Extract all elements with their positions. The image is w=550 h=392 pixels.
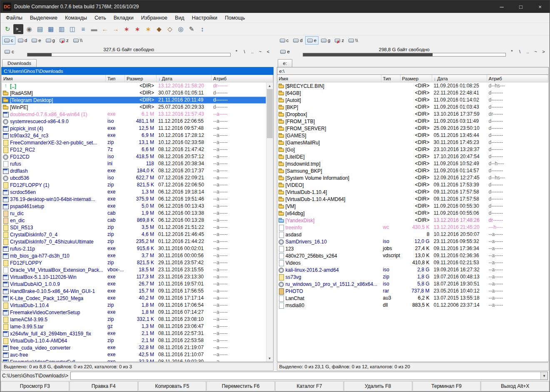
file-row[interactable]: PHOTOrar737,8 M23.05.2016 10:40:12--a---… xyxy=(277,288,549,295)
home-button[interactable]: ~ xyxy=(532,48,539,55)
file-row[interactable]: FD12FLOPPY (1)zip821,5 K07.12.2016 22:06… xyxy=(2,181,266,189)
file-row[interactable]: 480x270_256bits_x264vdscript13,0 K09.11.… xyxy=(277,252,549,259)
left-path-bar[interactable]: C:\Users\GhosT\Downloads xyxy=(1,67,274,75)
fkey-terminal-f9[interactable]: Терминал F9 xyxy=(413,381,481,391)
file-row[interactable]: FD12_RC27z6,6 M08.12.2016 21:47:42--a---… xyxy=(2,146,266,153)
drive-button-d[interactable]: d xyxy=(16,36,29,45)
menu-show[interactable]: Вид xyxy=(171,14,188,22)
file-row[interactable]: x264vfw_full_43_2694bm_43159_fixexe2,1 M… xyxy=(2,330,266,337)
command-history-button[interactable]: ▾ xyxy=(540,372,548,380)
scroll-up-icon[interactable]: ▲ xyxy=(266,82,273,89)
file-row[interactable]: msdia80dll883,5 K01.12.2006 23:37:14--a-… xyxy=(277,302,549,309)
file-row[interactable]: [WinPE]<DIR>25.07.2016 20:29:33d------- xyxy=(2,104,266,111)
prev-dir-button[interactable]: ← xyxy=(100,24,110,34)
drive-button-z[interactable]: ✗z xyxy=(333,36,346,45)
menu-network[interactable]: Сеть xyxy=(91,14,110,22)
file-row[interactable]: [..]<DIR>13.12.2016 21:58:20dr------ xyxy=(2,82,266,89)
fkey-move-f6[interactable]: Переместить F6 xyxy=(207,381,275,391)
copy-path-button[interactable]: ∗ xyxy=(132,24,142,34)
menu-configuration[interactable]: Настройки xyxy=(188,14,221,22)
scroll-thumb[interactable] xyxy=(267,89,273,138)
fkey-copy-f5[interactable]: Копировать F5 xyxy=(138,381,207,391)
file-row[interactable]: FreemakeVideoConverterSetupexe1,8 M09.11… xyxy=(2,309,266,316)
file-row[interactable]: CrystalDiskInfo7_0_4ShizukuUltimatezip23… xyxy=(2,238,266,245)
menu-files[interactable]: Файлы xyxy=(2,14,26,22)
file-row[interactable]: ss73vgzip1,8 G19.07.2016 00:48:13--a----… xyxy=(277,273,549,280)
refresh-button[interactable]: ↻ xyxy=(2,24,12,34)
file-row[interactable]: ubcd536iso622,7 M07.12.2016 22:09:21--a-… xyxy=(2,174,266,181)
star-button[interactable]: * xyxy=(233,48,240,55)
column-header-attr[interactable]: Атриб xyxy=(487,75,549,82)
file-row[interactable]: [BKP]<DIR>11.09.2016 01:03:43d------- xyxy=(277,104,549,111)
column-header-ext[interactable]: Тип xyxy=(106,75,125,82)
file-row[interactable]: rufus-2.11pexe915,6 K30.11.2016 00:02:01… xyxy=(2,245,266,252)
tab-drive-e[interactable]: e: xyxy=(278,59,293,67)
file-row[interactable]: lame-3.99.5.targz1,3 M08.11.2016 23:06:4… xyxy=(2,323,266,330)
tree-view-button[interactable]: ≡ xyxy=(78,24,88,34)
close-button[interactable]: × xyxy=(530,0,550,13)
file-row[interactable]: kali-linux-2016.2-amd64iso2,8 G19.09.201… xyxy=(277,266,549,273)
file-row[interactable]: [x64dbg]<DIR>11.09.2016 00:55:06d------- xyxy=(277,210,549,217)
column-header-ext[interactable]: Тип xyxy=(381,75,401,82)
file-row[interactable]: [VirtualDub-1.10.4-AMD64]<DIR>09.11.2016… xyxy=(277,196,549,203)
file-row[interactable]: [GamesMailRu]<DIR>30.11.2016 17:45:23d--… xyxy=(277,139,549,146)
file-row[interactable]: lameACM-3.99.5zip332,1 K08.11.2016 23:08… xyxy=(2,316,266,323)
file-row[interactable]: scrdoc56enexe1,3 M06.12.2016 19:18:14--a… xyxy=(2,189,266,196)
left-scrollbar[interactable]: ▲ ▼ xyxy=(266,82,273,362)
file-row[interactable]: [Dropbox]<DIR>13.10.2016 17:37:59dr-----… xyxy=(277,111,549,118)
file-row[interactable]: [FROM_SERVER]<DIR>25.09.2016 23:50:10d--… xyxy=(277,125,549,132)
file-row[interactable]: FreeCommanderXE-32-en-public_set...zip13… xyxy=(2,139,266,146)
copy-filename-button[interactable]: ∗ xyxy=(122,24,132,34)
column-header-name[interactable]: Имя xyxy=(2,75,106,82)
file-row[interactable]: FreemakeVideoConverterFullexe32,3 M08.11… xyxy=(2,358,266,362)
column-view-button[interactable]: ▥ xyxy=(57,24,67,34)
menu-help[interactable]: Помощь xyxy=(221,14,249,22)
file-row[interactable]: systemrescuecd-x86-4.9.0iso481,1 M11.12.… xyxy=(2,118,266,125)
file-row[interactable]: HandBrake-0.10.5-x86_64-Win_GUI-1exe15,7… xyxy=(2,288,266,295)
right-drive-selector[interactable]: e xyxy=(279,49,300,54)
file-row[interactable]: [VIDEO]<DIR>09.11.2016 17:53:39d------- xyxy=(277,181,549,189)
run-terminal-button[interactable]: >_ xyxy=(13,24,23,34)
multi-rename-button[interactable]: ✎ xyxy=(187,24,197,34)
menu-favorites[interactable]: Избранное xyxy=(137,14,171,22)
command-input[interactable] xyxy=(71,372,540,380)
root-button[interactable]: \ xyxy=(516,48,523,55)
options-button[interactable]: ◉ xyxy=(24,24,34,34)
drive-button-c[interactable]: c xyxy=(278,36,291,45)
drive-button-network[interactable]: \\ xyxy=(346,36,360,45)
history-button[interactable]: < xyxy=(265,48,272,55)
file-row[interactable]: CrystalDiskInfo7_0_4zip4,6 M01.12.2016 2… xyxy=(2,231,266,238)
right-path-bar[interactable]: e:\ xyxy=(277,67,549,75)
drive-button-d[interactable]: d xyxy=(291,36,304,45)
file-row[interactable]: SamDrivers_16.10iso12,0 G23.11.2016 09:5… xyxy=(277,238,549,245)
file-row[interactable]: [64GB]<DIR>22.11.2016 22:48:41d------- xyxy=(277,89,549,97)
fkey-edit-f4[interactable]: Правка F4 xyxy=(70,381,138,391)
drive-button-g[interactable]: g xyxy=(44,36,57,45)
column-header-name[interactable]: Имя xyxy=(277,75,381,82)
drive-button-e[interactable]: e xyxy=(305,36,319,45)
full-view-button[interactable]: ▦ xyxy=(46,24,56,34)
file-row[interactable]: 376.19-desktop-win10-64bit-internati...e… xyxy=(2,196,266,203)
column-header-size[interactable]: Размер xyxy=(401,75,432,82)
copy-path-name-button[interactable]: ∗ xyxy=(143,24,153,34)
fkey-exit-altx[interactable]: Выход Alt+X xyxy=(481,381,549,391)
file-row[interactable]: VirtualDub-1.10.4zip1,8 M09.11.2016 17:0… xyxy=(2,302,266,309)
file-row[interactable]: LanChatau36,2 K13.07.2015 13:55:18--a---… xyxy=(277,295,549,302)
left-drive-selector[interactable]: c xyxy=(3,49,25,54)
file-row[interactable]: [System Volume Information]<DIR>12.09.20… xyxy=(277,174,549,181)
file-row[interactable]: tc90ax32_64_rc3exe6,9 M10.12.2016 17:28:… xyxy=(2,132,266,139)
parent-dir-button[interactable]: .. xyxy=(249,48,256,55)
star-button[interactable]: * xyxy=(508,48,515,55)
flat-view-button[interactable]: ▬ xyxy=(89,24,99,34)
drive-button-e[interactable]: e xyxy=(30,36,43,45)
scroll-track[interactable] xyxy=(266,89,273,355)
extract-button[interactable]: ◇ xyxy=(165,24,175,34)
file-row[interactable]: FD12FLOPPYzip821,5 K29.11.2016 23:57:42-… xyxy=(2,259,266,266)
file-row[interactable]: VirtualBox-5.1.10-112026-Winexe117,3 M23… xyxy=(2,273,266,280)
column-header-date[interactable]: ↓Дата xyxy=(157,75,212,82)
menu-commands[interactable]: Команды xyxy=(61,14,91,22)
file-row[interactable]: en_diccab869,8 K06.12.2016 00:13:28--a--… xyxy=(2,217,266,224)
file-row[interactable]: picpick_inst (4)exe12,5 M11.12.2016 09:5… xyxy=(2,125,266,132)
file-row[interactable]: Videos410,8 K09.11.2016 02:21:53--a----- xyxy=(277,259,549,266)
column-header-attr[interactable]: Атриб xyxy=(212,75,273,82)
